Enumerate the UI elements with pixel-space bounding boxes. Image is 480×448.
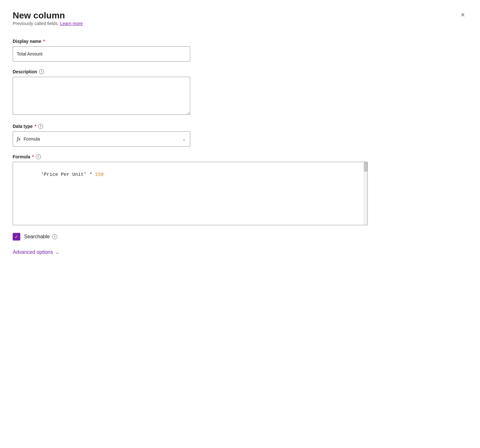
formula-editor-content[interactable]: 'Price Per Unit' * 150 xyxy=(13,162,367,225)
formula-operator-part: * xyxy=(87,172,95,177)
subtitle-text: Previously called fields. xyxy=(13,21,59,26)
formula-string-part: 'Price Per Unit' xyxy=(41,172,87,177)
display-name-label: Display name * xyxy=(13,39,467,44)
searchable-row: ✓ Searchable i xyxy=(13,233,467,240)
display-name-input[interactable] xyxy=(13,46,190,62)
formula-info-icon[interactable]: i xyxy=(36,154,41,159)
advanced-options-label: Advanced options xyxy=(13,249,53,255)
data-type-chevron-icon: ⌄ xyxy=(182,136,186,142)
checkbox-check-icon: ✓ xyxy=(15,234,18,239)
learn-more-link[interactable]: Learn more xyxy=(60,21,83,26)
description-input[interactable] xyxy=(13,77,190,115)
description-section: Description i xyxy=(13,69,467,116)
formula-scrollbar[interactable] xyxy=(364,162,367,225)
advanced-options-chevron-icon: ⌄ xyxy=(55,250,59,255)
display-name-required: * xyxy=(43,39,45,44)
advanced-options-row[interactable]: Advanced options ⌄ xyxy=(13,249,467,255)
data-type-info-icon[interactable]: i xyxy=(38,124,43,129)
panel-header: New column Previously called fields. Lea… xyxy=(13,10,467,36)
formula-section: Formula * i 'Price Per Unit' * 150 xyxy=(13,154,467,225)
searchable-info-icon[interactable]: i xyxy=(52,234,57,239)
display-name-section: Display name * xyxy=(13,39,467,62)
panel-title-area: New column Previously called fields. Lea… xyxy=(13,10,83,36)
data-type-select[interactable]: fx Formula ⌄ xyxy=(13,131,190,147)
data-type-required: * xyxy=(35,124,36,129)
formula-label-text: Formula xyxy=(13,154,30,159)
data-type-value: Formula xyxy=(24,136,182,142)
searchable-label-text: Searchable xyxy=(24,234,50,240)
data-type-section: Data type * i fx Formula ⌄ xyxy=(13,124,467,147)
searchable-checkbox[interactable]: ✓ xyxy=(13,233,20,240)
panel-title: New column xyxy=(13,10,83,21)
close-button[interactable]: × xyxy=(458,10,467,20)
formula-label: Formula * i xyxy=(13,154,467,159)
description-info-icon[interactable]: i xyxy=(39,69,44,74)
panel-subtitle: Previously called fields. Learn more xyxy=(13,21,83,26)
new-column-panel: New column Previously called fields. Lea… xyxy=(0,0,480,448)
description-label-text: Description xyxy=(13,69,37,74)
searchable-label: Searchable i xyxy=(24,234,57,240)
display-name-label-text: Display name xyxy=(13,39,41,44)
data-type-label-text: Data type xyxy=(13,124,33,129)
description-label: Description i xyxy=(13,69,467,74)
fx-icon: fx xyxy=(17,136,21,142)
formula-scrollbar-thumb xyxy=(364,162,367,172)
data-type-label: Data type * i xyxy=(13,124,467,129)
formula-number-part: 150 xyxy=(95,172,104,177)
formula-required: * xyxy=(32,154,34,159)
formula-editor-container[interactable]: 'Price Per Unit' * 150 xyxy=(13,162,368,225)
